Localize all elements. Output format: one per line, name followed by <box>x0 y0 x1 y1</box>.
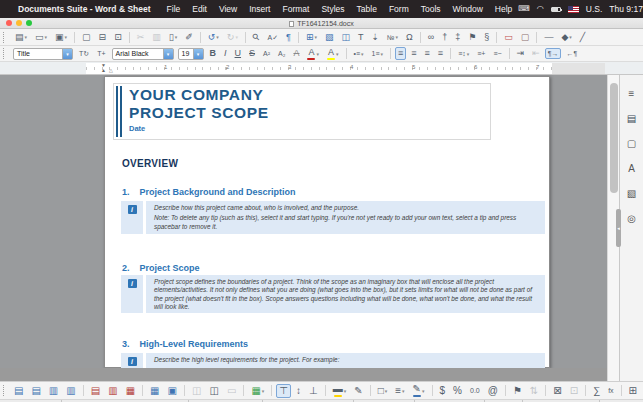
merge-cells-button[interactable]: ◫ ▾ <box>189 384 204 398</box>
menu-form[interactable]: Form <box>383 4 415 14</box>
select-table-button[interactable]: ▦ ▾ <box>147 384 162 398</box>
us-flag-icon[interactable] <box>568 6 579 13</box>
align-left-button[interactable]: ≡ ▾ <box>395 47 406 60</box>
insert-row-below-button[interactable]: ▤ ▾ <box>28 384 43 398</box>
subscript-button[interactable]: A₂ ▾ <box>275 48 288 59</box>
insert-bookmark-button[interactable]: ⚑ ▾ <box>465 31 479 44</box>
superscript-button[interactable]: A² ▾ <box>260 48 273 59</box>
menubar-clock[interactable]: Thu 9:17 PM <box>609 4 643 14</box>
table-properties-button[interactable]: ⊞ ▾ <box>626 384 640 398</box>
draw-borders-button[interactable]: ✎ ▾ <box>351 384 365 398</box>
bullet-list-button[interactable]: •≡ ▾ <box>351 48 367 59</box>
horizontal-ruler[interactable]: 1234567 ▼ ▲ △ <box>0 62 643 75</box>
print-button[interactable]: ⊟ ▾ <box>96 31 110 44</box>
border-style-button[interactable]: ≡ ▾ <box>392 384 407 398</box>
new-document-button[interactable]: ▤ ▾ <box>12 31 30 44</box>
menu-help[interactable]: Help <box>489 4 518 14</box>
company-name-text[interactable]: YOUR COMPANY <box>129 86 269 104</box>
properties-deck-button[interactable]: ▤ <box>620 106 643 131</box>
navigator-deck-button[interactable]: ◎ <box>620 206 643 231</box>
menu-tools[interactable]: Tools <box>415 4 447 14</box>
cover-title-block[interactable]: YOUR COMPANY PROJECT SCOPE Date <box>113 83 491 140</box>
underline-button[interactable]: U ▾ <box>232 47 245 60</box>
document-canvas[interactable]: YOUR COMPANY PROJECT SCOPE Date OVERVIEW… <box>0 75 607 368</box>
decrease-indent-button[interactable]: ⇤ ▾ <box>529 47 543 60</box>
justify-button[interactable]: ≡ ▾ <box>435 47 446 60</box>
scrollbar-thumb[interactable] <box>610 83 618 193</box>
protect-cells-button[interactable]: ⊠ ▾ <box>550 384 564 398</box>
left-indent-marker[interactable]: △ <box>109 68 113 73</box>
overview-heading[interactable]: OVERVIEW <box>122 158 178 169</box>
currency-format-button[interactable]: $ ▾ <box>437 384 449 398</box>
basic-shapes-button[interactable]: ◆ ▾ <box>558 31 574 44</box>
align-right-button[interactable]: ≡ ▾ <box>422 47 433 60</box>
tip-box-2[interactable]: i Project scope defines the boundaries o… <box>121 275 545 313</box>
wifi-icon[interactable]: ◠ <box>537 5 544 13</box>
left-to-right-button[interactable]: ¶→ ▾ <box>545 48 562 59</box>
chevron-down-icon[interactable]: ▾ <box>193 49 203 59</box>
borders-button[interactable]: □ ▾ <box>375 384 391 398</box>
update-style-button[interactable]: T↻ ▾ <box>76 48 92 59</box>
insert-textbox-button[interactable]: T ▾ <box>355 31 367 44</box>
document-page[interactable]: YOUR COMPANY PROJECT SCOPE Date OVERVIEW… <box>104 76 550 368</box>
clear-formatting-button[interactable]: A ▾ <box>290 47 302 60</box>
sidebar-settings-button[interactable]: ≡ <box>620 81 643 106</box>
delete-row-button[interactable]: ▤ ▾ <box>88 384 103 398</box>
styles-deck-button[interactable]: A <box>620 156 643 181</box>
bold-button[interactable]: B ▾ <box>207 47 220 60</box>
special-character-button[interactable]: Ω ▾ <box>403 31 416 44</box>
menu-table[interactable]: Table <box>351 4 383 14</box>
print-preview-button[interactable]: ⊡ ▾ <box>111 31 125 44</box>
align-center-button[interactable]: ≡ ▾ <box>408 47 419 60</box>
spelling-button[interactable]: A✓ ▾ <box>265 32 282 43</box>
menu-window[interactable]: Window <box>447 4 489 14</box>
sidebar-hide-handle[interactable]: ◂ <box>616 209 621 247</box>
redo-button[interactable]: ↻ ▾ <box>224 31 241 44</box>
insert-comment-button[interactable]: ▭ ▾ <box>501 31 516 44</box>
menu-format[interactable]: Format <box>276 4 315 14</box>
strikethrough-button[interactable]: S ▾ <box>246 47 258 60</box>
tip-box-1[interactable]: i Describe how this project came about, … <box>121 201 545 234</box>
new-style-button[interactable]: T+ ▾ <box>94 48 108 59</box>
indent-markers[interactable]: ▼ ▲ △ <box>101 63 109 74</box>
cut-button[interactable]: ✂ ▾ <box>134 31 148 44</box>
hanging-indent-marker[interactable]: ▲ <box>101 68 106 73</box>
insert-column-after-button[interactable]: ▥ ▾ <box>63 384 78 398</box>
gallery-deck-button[interactable]: ▧ <box>620 181 643 206</box>
toolbar-grip[interactable] <box>3 48 8 59</box>
cross-reference-button[interactable]: § ▾ <box>481 31 492 44</box>
increase-paragraph-spacing-button[interactable]: ≡+ ▾ <box>474 48 488 59</box>
horizontal-line-button[interactable]: — ▾ <box>541 31 556 44</box>
insert-row-above-button[interactable]: ▤ ▾ <box>11 384 26 398</box>
background-color-button[interactable]: ▬ ▾ <box>330 382 350 399</box>
align-bottom-button[interactable]: ⊥ ▾ <box>306 384 321 398</box>
menu-edit[interactable]: Edit <box>186 4 213 14</box>
sum-button[interactable]: ∑ ▾ <box>590 384 603 398</box>
highlight-color-button[interactable]: A ▾ <box>324 46 342 62</box>
open-button[interactable]: ▭ ▾ <box>32 31 50 44</box>
sort-button[interactable]: ⇅ ▾ <box>527 384 541 398</box>
delete-column-button[interactable]: ▥ ▾ <box>105 384 120 398</box>
insert-hyperlink-button[interactable]: ∞ ▾ <box>425 31 437 44</box>
delete-table-button[interactable]: ▦ ▾ <box>123 384 138 398</box>
copy-button[interactable]: ▥ ▾ <box>149 31 164 44</box>
decimal-format-button[interactable]: 0.0 ▾ <box>467 385 483 396</box>
track-changes-button[interactable]: ▢ ▾ <box>518 31 533 44</box>
line-spacing-button[interactable]: ≡↕ ▾ <box>455 48 472 59</box>
export-pdf-button[interactable]: ▢ ▾ <box>79 31 94 44</box>
center-vertically-button[interactable]: ↕ ▾ <box>293 384 304 398</box>
section-heading-1[interactable]: 1.Project Background and Description <box>122 187 296 197</box>
unprotect-cells-button[interactable]: ⊡ ▾ <box>567 384 581 398</box>
border-color-button[interactable]: ✎ ▾ <box>410 382 428 399</box>
clone-formatting-button[interactable]: ✐ ▾ <box>182 31 196 44</box>
find-replace-button[interactable]: ⚲ ▾ <box>250 31 263 44</box>
insert-caption-button[interactable]: ⚑ ▾ <box>510 384 525 398</box>
split-cells-button[interactable]: ◫ ▾ <box>206 384 221 398</box>
input-source-icon[interactable]: ⌨ <box>518 5 530 13</box>
page-break-button[interactable]: ⇣ ▾ <box>368 31 382 44</box>
app-name[interactable]: Documents Suite - Word & Sheet <box>18 4 151 14</box>
paragraph-style-combo[interactable]: Title ▾ <box>13 48 73 60</box>
increase-indent-button[interactable]: ⇥ ▾ <box>514 47 528 60</box>
formula-button[interactable]: fx ▾ <box>605 385 616 396</box>
draw-line-button[interactable]: ╱ ▾ <box>577 31 588 44</box>
